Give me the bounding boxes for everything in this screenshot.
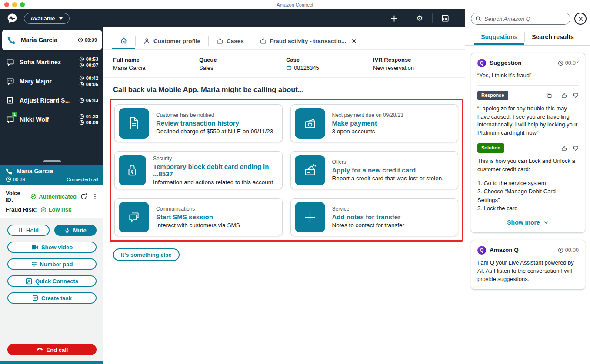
call-contact-name: Maria Garcia xyxy=(17,168,53,175)
tab-search-results[interactable]: Search results xyxy=(525,30,581,45)
settings-button[interactable]: ⚙ xyxy=(413,12,426,25)
clock-icon xyxy=(79,82,84,87)
person-icon xyxy=(143,38,150,44)
tab-home[interactable] xyxy=(112,33,135,49)
fraud-risk-value: Low risk xyxy=(49,206,72,213)
response-text: “I apologize for any trouble this may ha… xyxy=(477,105,579,137)
field-value: Sales xyxy=(199,65,286,71)
welcome-text: I am Q your Live Assistant powered by AI… xyxy=(477,259,579,284)
solution-step: 2. Choose “Manage Debit Card Settings” xyxy=(477,187,579,204)
briefcase-icon xyxy=(260,38,267,44)
q-feed: Q Suggestion 00:07 “Yes, I think it’s fr… xyxy=(465,46,590,364)
card-add-notes[interactable]: Service Add notes for transfer Notes to … xyxy=(290,198,459,236)
window-titlebar: Amazon Connect xyxy=(0,0,590,9)
refresh-icon[interactable] xyxy=(80,193,87,200)
plus-icon xyxy=(295,202,325,232)
credit-card-icon xyxy=(295,155,325,185)
card-make-payment[interactable]: Next payment due on 09/28/23 Make paymen… xyxy=(290,104,459,142)
field-label: Case xyxy=(286,56,373,63)
topbar-divider xyxy=(407,13,407,23)
tab-label: Suggestions xyxy=(481,33,517,40)
card-review-transaction-history[interactable]: Customer has be notified Review transact… xyxy=(114,104,283,142)
availability-dropdown[interactable]: Available xyxy=(24,13,70,24)
close-panel-button[interactable] xyxy=(574,13,587,25)
thumbs-down-icon[interactable] xyxy=(572,145,579,152)
contact-list-item-sofia[interactable]: Sofía Martínez 00:53 00:07 xyxy=(0,53,103,72)
card-apply-credit-card[interactable]: Offers Apply for a new credit card Repor… xyxy=(290,151,459,189)
card-title: Make payment xyxy=(332,119,403,127)
thumbs-down-icon[interactable] xyxy=(572,92,579,99)
contact-list-item-maria[interactable]: Maria Garcia 00:39 xyxy=(2,30,102,50)
voice-id-value: Authenticated xyxy=(39,193,77,200)
main-workspace: Customer profile Cases Fraud activity - … xyxy=(103,27,465,364)
clock-icon xyxy=(79,76,84,81)
solution-badge: Solution xyxy=(477,143,504,153)
mute-button[interactable]: Mute xyxy=(54,225,97,236)
tab-cases[interactable]: Cases xyxy=(209,34,252,49)
tab-suggestions[interactable]: Suggestions xyxy=(474,30,524,45)
suggestion-card: Q Suggestion 00:07 “Yes, I think it’s fr… xyxy=(471,53,585,233)
search-input[interactable] xyxy=(471,13,570,25)
new-contact-button[interactable] xyxy=(387,12,400,25)
hold-button[interactable]: Hold xyxy=(7,225,50,236)
its-something-else-label: It’s something else xyxy=(121,251,172,258)
card-subtitle: Information and actions related to this … xyxy=(153,179,277,185)
suggested-actions-highlight: Customer has be notified Review transact… xyxy=(110,99,463,242)
card-title: Temporary block debit card ending in ...… xyxy=(153,163,277,178)
tab-label: Search results xyxy=(532,33,574,40)
card-subtitle: 3 open accounts xyxy=(332,128,403,135)
contact-timer: 06:43 xyxy=(86,98,98,103)
contact-list-item-nikki[interactable]: 1 Nikki Wolf 01:33 00:09 xyxy=(0,110,103,129)
thumbs-up-icon[interactable] xyxy=(561,92,568,99)
field-queue: Queue Sales xyxy=(199,56,286,71)
card-eyebrow: Next payment due on 09/28/23 xyxy=(332,112,403,118)
page-title: Call back via Mobile App. María might be… xyxy=(113,86,465,94)
kebab-menu-icon[interactable] xyxy=(92,193,98,200)
card-title: Review transaction history xyxy=(156,119,273,127)
contact-list: Maria Garcia 00:39 Sofía Martínez 0 xyxy=(0,27,103,158)
contact-timer: 01:33 xyxy=(86,114,98,119)
phone-icon xyxy=(6,168,13,175)
contacts-sidebar: Maria Garcia 00:39 Sofía Martínez 0 xyxy=(0,27,103,364)
call-timer: 00:39 xyxy=(13,177,25,182)
tab-fraud-activity[interactable]: Fraud activity - transactio... xyxy=(252,34,365,49)
call-header: Maria Garcia 00:39 Connected call xyxy=(0,165,103,185)
card-start-sms[interactable]: Communications Start SMS session Interac… xyxy=(114,198,283,236)
thumbs-up-icon[interactable] xyxy=(561,145,568,152)
solution-step: 3. Lock the card xyxy=(477,204,579,213)
create-task-button[interactable]: Create task xyxy=(7,292,97,304)
case-number: 08126345 xyxy=(294,65,319,71)
show-video-button[interactable]: Show video xyxy=(7,242,97,253)
clock-icon xyxy=(79,63,84,68)
tab-customer-profile[interactable]: Customer profile xyxy=(136,34,208,49)
clock-icon xyxy=(78,37,83,43)
customer-utterance: “Yes, I think it’s fraud” xyxy=(477,72,579,80)
contact-list-item-task[interactable]: Adjust Ricard Smith’s p... 06:43 xyxy=(0,91,103,110)
dialpad-launcher-button[interactable] xyxy=(439,12,452,25)
app-topbar: Available ⚙ xyxy=(0,9,465,27)
end-call-button[interactable]: End call xyxy=(7,344,97,355)
card-block-debit-card[interactable]: Security Temporary block debit card endi… xyxy=(114,151,283,189)
show-more-button[interactable]: Show more xyxy=(477,218,579,227)
document-icon xyxy=(119,108,149,139)
dialpad-icon xyxy=(441,14,449,22)
panel-drag-handle[interactable] xyxy=(43,160,61,162)
contact-timer: 00:39 xyxy=(85,37,97,43)
contact-timer: 00:53 xyxy=(86,56,98,62)
chat-dots-icon xyxy=(6,77,14,86)
field-label: Full name xyxy=(113,56,199,63)
check-circle-icon xyxy=(40,207,47,213)
amazon-q-welcome-card: Q Amazon Q 00:00 I am Q your Live Assist… xyxy=(471,240,585,290)
number-pad-button[interactable]: Number pad xyxy=(7,258,97,270)
contact-list-item-mary[interactable]: Mary Major 00:42 00:05 xyxy=(0,72,103,91)
close-tab-icon[interactable] xyxy=(351,38,357,44)
response-badge: Response xyxy=(477,91,508,100)
gear-icon: ⚙ xyxy=(416,15,423,22)
its-something-else-button[interactable]: It’s something else xyxy=(113,248,180,261)
copy-icon[interactable] xyxy=(546,92,552,99)
contact-name: Adjust Ricard Smith’s p... xyxy=(20,97,74,104)
voice-id-label: Voice ID: xyxy=(6,190,27,203)
card-subtitle: Report a credit card that was lost or st… xyxy=(332,175,444,182)
unread-badge: 1 xyxy=(12,112,17,117)
quick-connects-button[interactable]: Quick Connects xyxy=(7,275,97,287)
